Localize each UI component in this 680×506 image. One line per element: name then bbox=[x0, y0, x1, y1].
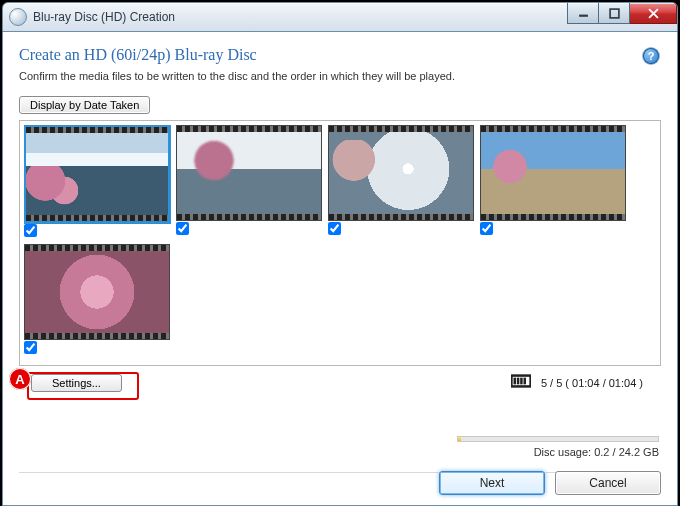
svg-rect-9 bbox=[523, 378, 526, 385]
media-checkbox[interactable] bbox=[328, 222, 341, 235]
media-thumbnail[interactable] bbox=[480, 125, 626, 240]
media-list bbox=[19, 120, 661, 366]
media-checkbox[interactable] bbox=[24, 224, 37, 237]
media-thumbnail[interactable] bbox=[24, 125, 170, 240]
media-thumbnail[interactable] bbox=[24, 244, 170, 357]
window-title: Blu-ray Disc (HD) Creation bbox=[33, 10, 175, 24]
maximize-button[interactable] bbox=[599, 3, 630, 24]
display-by-date-button[interactable]: Display by Date Taken bbox=[19, 96, 150, 114]
close-button[interactable] bbox=[630, 3, 677, 24]
next-button[interactable]: Next bbox=[439, 471, 545, 495]
svg-rect-6 bbox=[513, 378, 516, 385]
media-checkbox[interactable] bbox=[24, 341, 37, 354]
media-checkbox[interactable] bbox=[176, 222, 189, 235]
content-area: ? Create an HD (60i/24p) Blu-ray Disc Co… bbox=[2, 32, 678, 506]
media-thumbnail[interactable] bbox=[176, 125, 322, 240]
media-thumbnail[interactable] bbox=[328, 125, 474, 240]
count-status: 5 / 5 ( 01:04 / 01:04 ) bbox=[541, 377, 643, 389]
svg-rect-8 bbox=[520, 378, 523, 385]
media-list-scroll[interactable] bbox=[24, 125, 660, 361]
svg-rect-7 bbox=[517, 378, 520, 385]
disc-usage-bar bbox=[457, 436, 659, 442]
settings-button[interactable]: Settings... bbox=[31, 374, 122, 392]
help-icon[interactable]: ? bbox=[643, 48, 659, 64]
page-instruction: Confirm the media files to be written to… bbox=[19, 70, 661, 82]
annotation-marker: A bbox=[9, 368, 31, 390]
page-heading: Create an HD (60i/24p) Blu-ray Disc bbox=[19, 46, 661, 64]
app-icon bbox=[9, 8, 27, 26]
filmstrip-icon bbox=[511, 374, 531, 391]
disc-usage-text: Disc usage: 0.2 / 24.2 GB bbox=[534, 446, 659, 458]
titlebar[interactable]: Blu-ray Disc (HD) Creation bbox=[2, 2, 678, 32]
cancel-button[interactable]: Cancel bbox=[555, 471, 661, 495]
svg-rect-1 bbox=[610, 9, 619, 18]
media-checkbox[interactable] bbox=[480, 222, 493, 235]
minimize-button[interactable] bbox=[567, 3, 599, 24]
